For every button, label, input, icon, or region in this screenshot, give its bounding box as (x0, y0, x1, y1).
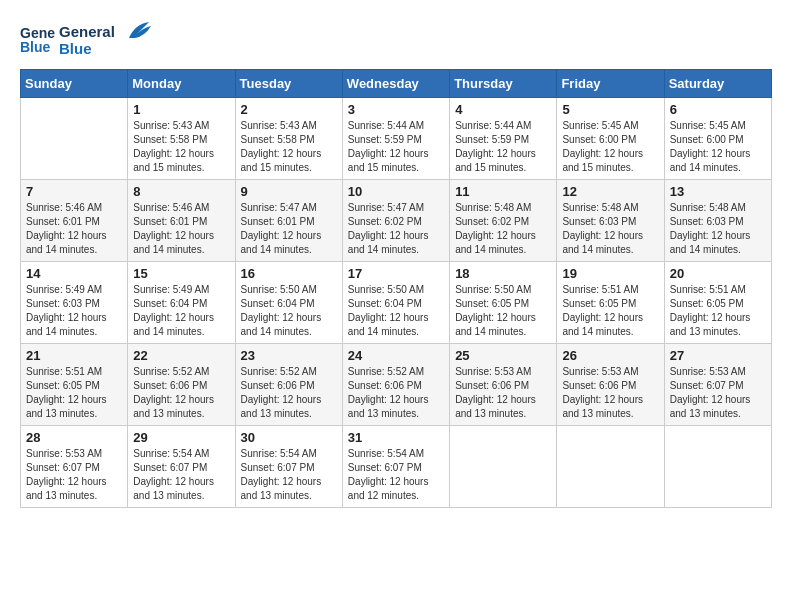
calendar-cell: 21Sunrise: 5:51 AM Sunset: 6:05 PM Dayli… (21, 344, 128, 426)
weekday-header-tuesday: Tuesday (235, 70, 342, 98)
day-detail: Sunrise: 5:54 AM Sunset: 6:07 PM Dayligh… (133, 447, 229, 503)
weekday-header-row: SundayMondayTuesdayWednesdayThursdayFrid… (21, 70, 772, 98)
day-number: 1 (133, 102, 229, 117)
day-number: 21 (26, 348, 122, 363)
day-detail: Sunrise: 5:45 AM Sunset: 6:00 PM Dayligh… (670, 119, 766, 175)
calendar-cell: 6Sunrise: 5:45 AM Sunset: 6:00 PM Daylig… (664, 98, 771, 180)
day-detail: Sunrise: 5:53 AM Sunset: 6:07 PM Dayligh… (670, 365, 766, 421)
day-number: 18 (455, 266, 551, 281)
calendar-cell: 25Sunrise: 5:53 AM Sunset: 6:06 PM Dayli… (450, 344, 557, 426)
logo-blue-text: Blue (59, 41, 115, 58)
calendar-table: SundayMondayTuesdayWednesdayThursdayFrid… (20, 69, 772, 508)
day-number: 15 (133, 266, 229, 281)
day-number: 22 (133, 348, 229, 363)
calendar-cell: 2Sunrise: 5:43 AM Sunset: 5:58 PM Daylig… (235, 98, 342, 180)
day-detail: Sunrise: 5:46 AM Sunset: 6:01 PM Dayligh… (133, 201, 229, 257)
page-header: General Blue General Blue (20, 20, 772, 59)
day-detail: Sunrise: 5:53 AM Sunset: 6:06 PM Dayligh… (562, 365, 658, 421)
day-detail: Sunrise: 5:45 AM Sunset: 6:00 PM Dayligh… (562, 119, 658, 175)
day-detail: Sunrise: 5:51 AM Sunset: 6:05 PM Dayligh… (562, 283, 658, 339)
calendar-cell: 16Sunrise: 5:50 AM Sunset: 6:04 PM Dayli… (235, 262, 342, 344)
weekday-header-saturday: Saturday (664, 70, 771, 98)
day-number: 9 (241, 184, 337, 199)
day-number: 31 (348, 430, 444, 445)
logo: General Blue General Blue (20, 20, 153, 59)
weekday-header-wednesday: Wednesday (342, 70, 449, 98)
day-number: 11 (455, 184, 551, 199)
calendar-cell: 5Sunrise: 5:45 AM Sunset: 6:00 PM Daylig… (557, 98, 664, 180)
day-detail: Sunrise: 5:43 AM Sunset: 5:58 PM Dayligh… (133, 119, 229, 175)
calendar-cell: 20Sunrise: 5:51 AM Sunset: 6:05 PM Dayli… (664, 262, 771, 344)
calendar-cell (21, 98, 128, 180)
calendar-cell: 8Sunrise: 5:46 AM Sunset: 6:01 PM Daylig… (128, 180, 235, 262)
calendar-cell: 31Sunrise: 5:54 AM Sunset: 6:07 PM Dayli… (342, 426, 449, 508)
calendar-cell: 3Sunrise: 5:44 AM Sunset: 5:59 PM Daylig… (342, 98, 449, 180)
day-detail: Sunrise: 5:53 AM Sunset: 6:06 PM Dayligh… (455, 365, 551, 421)
day-number: 24 (348, 348, 444, 363)
calendar-cell: 18Sunrise: 5:50 AM Sunset: 6:05 PM Dayli… (450, 262, 557, 344)
day-number: 6 (670, 102, 766, 117)
day-detail: Sunrise: 5:44 AM Sunset: 5:59 PM Dayligh… (455, 119, 551, 175)
calendar-cell (664, 426, 771, 508)
day-number: 4 (455, 102, 551, 117)
calendar-cell: 27Sunrise: 5:53 AM Sunset: 6:07 PM Dayli… (664, 344, 771, 426)
calendar-cell: 14Sunrise: 5:49 AM Sunset: 6:03 PM Dayli… (21, 262, 128, 344)
day-number: 27 (670, 348, 766, 363)
day-detail: Sunrise: 5:54 AM Sunset: 6:07 PM Dayligh… (241, 447, 337, 503)
day-detail: Sunrise: 5:54 AM Sunset: 6:07 PM Dayligh… (348, 447, 444, 503)
day-detail: Sunrise: 5:50 AM Sunset: 6:05 PM Dayligh… (455, 283, 551, 339)
calendar-cell: 24Sunrise: 5:52 AM Sunset: 6:06 PM Dayli… (342, 344, 449, 426)
day-detail: Sunrise: 5:52 AM Sunset: 6:06 PM Dayligh… (133, 365, 229, 421)
weekday-header-monday: Monday (128, 70, 235, 98)
calendar-cell: 11Sunrise: 5:48 AM Sunset: 6:02 PM Dayli… (450, 180, 557, 262)
day-number: 20 (670, 266, 766, 281)
day-detail: Sunrise: 5:48 AM Sunset: 6:03 PM Dayligh… (562, 201, 658, 257)
calendar-cell: 29Sunrise: 5:54 AM Sunset: 6:07 PM Dayli… (128, 426, 235, 508)
calendar-cell: 22Sunrise: 5:52 AM Sunset: 6:06 PM Dayli… (128, 344, 235, 426)
day-number: 10 (348, 184, 444, 199)
day-number: 23 (241, 348, 337, 363)
day-detail: Sunrise: 5:51 AM Sunset: 6:05 PM Dayligh… (670, 283, 766, 339)
calendar-week-row: 14Sunrise: 5:49 AM Sunset: 6:03 PM Dayli… (21, 262, 772, 344)
svg-text:Blue: Blue (20, 39, 51, 55)
day-number: 26 (562, 348, 658, 363)
calendar-cell: 30Sunrise: 5:54 AM Sunset: 6:07 PM Dayli… (235, 426, 342, 508)
day-detail: Sunrise: 5:47 AM Sunset: 6:02 PM Dayligh… (348, 201, 444, 257)
day-number: 13 (670, 184, 766, 199)
calendar-week-row: 21Sunrise: 5:51 AM Sunset: 6:05 PM Dayli… (21, 344, 772, 426)
calendar-week-row: 1Sunrise: 5:43 AM Sunset: 5:58 PM Daylig… (21, 98, 772, 180)
weekday-header-sunday: Sunday (21, 70, 128, 98)
day-number: 14 (26, 266, 122, 281)
day-detail: Sunrise: 5:48 AM Sunset: 6:03 PM Dayligh… (670, 201, 766, 257)
calendar-cell: 12Sunrise: 5:48 AM Sunset: 6:03 PM Dayli… (557, 180, 664, 262)
day-detail: Sunrise: 5:43 AM Sunset: 5:58 PM Dayligh… (241, 119, 337, 175)
calendar-cell: 1Sunrise: 5:43 AM Sunset: 5:58 PM Daylig… (128, 98, 235, 180)
bird-icon (121, 20, 153, 42)
day-number: 16 (241, 266, 337, 281)
day-detail: Sunrise: 5:50 AM Sunset: 6:04 PM Dayligh… (348, 283, 444, 339)
calendar-cell: 19Sunrise: 5:51 AM Sunset: 6:05 PM Dayli… (557, 262, 664, 344)
day-detail: Sunrise: 5:47 AM Sunset: 6:01 PM Dayligh… (241, 201, 337, 257)
day-number: 5 (562, 102, 658, 117)
day-number: 25 (455, 348, 551, 363)
day-detail: Sunrise: 5:46 AM Sunset: 6:01 PM Dayligh… (26, 201, 122, 257)
calendar-cell: 4Sunrise: 5:44 AM Sunset: 5:59 PM Daylig… (450, 98, 557, 180)
weekday-header-thursday: Thursday (450, 70, 557, 98)
day-detail: Sunrise: 5:53 AM Sunset: 6:07 PM Dayligh… (26, 447, 122, 503)
day-detail: Sunrise: 5:50 AM Sunset: 6:04 PM Dayligh… (241, 283, 337, 339)
calendar-cell: 26Sunrise: 5:53 AM Sunset: 6:06 PM Dayli… (557, 344, 664, 426)
day-number: 12 (562, 184, 658, 199)
day-detail: Sunrise: 5:52 AM Sunset: 6:06 PM Dayligh… (241, 365, 337, 421)
calendar-week-row: 7Sunrise: 5:46 AM Sunset: 6:01 PM Daylig… (21, 180, 772, 262)
calendar-cell: 9Sunrise: 5:47 AM Sunset: 6:01 PM Daylig… (235, 180, 342, 262)
calendar-week-row: 28Sunrise: 5:53 AM Sunset: 6:07 PM Dayli… (21, 426, 772, 508)
day-detail: Sunrise: 5:49 AM Sunset: 6:04 PM Dayligh… (133, 283, 229, 339)
day-detail: Sunrise: 5:48 AM Sunset: 6:02 PM Dayligh… (455, 201, 551, 257)
day-number: 2 (241, 102, 337, 117)
day-number: 8 (133, 184, 229, 199)
calendar-cell (450, 426, 557, 508)
day-detail: Sunrise: 5:44 AM Sunset: 5:59 PM Dayligh… (348, 119, 444, 175)
calendar-cell: 15Sunrise: 5:49 AM Sunset: 6:04 PM Dayli… (128, 262, 235, 344)
calendar-cell (557, 426, 664, 508)
weekday-header-friday: Friday (557, 70, 664, 98)
